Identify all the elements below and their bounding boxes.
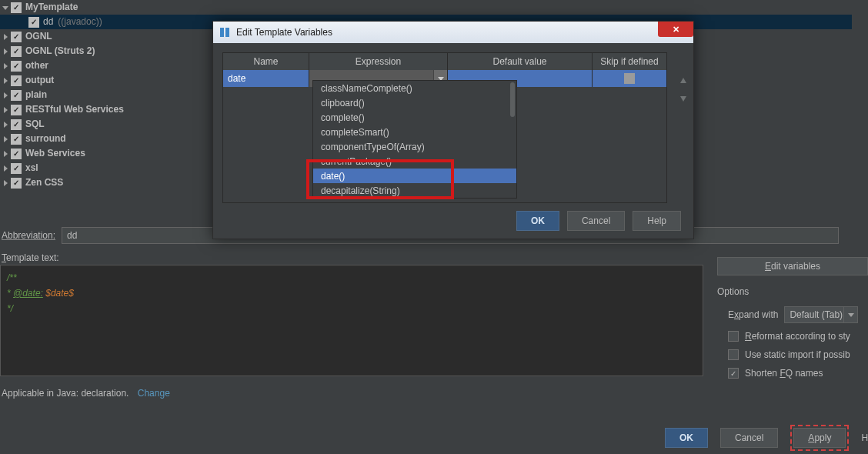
shorten-fq-checkbox[interactable] bbox=[728, 368, 739, 379]
dialog-help-button[interactable]: Help bbox=[633, 211, 681, 231]
cell-name[interactable]: date bbox=[223, 70, 309, 87]
tree-label: OGNL (Struts 2) bbox=[25, 44, 95, 58]
checkbox-icon[interactable] bbox=[11, 32, 22, 42]
svg-marker-1 bbox=[4, 34, 8, 40]
ok-button[interactable]: OK bbox=[665, 428, 708, 448]
edit-variables-button[interactable]: Edit variables bbox=[717, 257, 868, 275]
dialog-titlebar[interactable]: Edit Template Variables ✕ bbox=[213, 22, 693, 43]
svg-marker-9 bbox=[4, 151, 8, 157]
template-text-editor[interactable]: /** * @date: $date$ */ bbox=[0, 265, 703, 376]
svg-marker-4 bbox=[4, 78, 8, 84]
svg-rect-13 bbox=[220, 28, 224, 37]
static-import-label: Use static import if possib bbox=[745, 349, 850, 360]
cell-skip[interactable] bbox=[593, 70, 666, 87]
checkbox-icon[interactable] bbox=[11, 46, 22, 57]
expand-with-select[interactable]: Default (Tab) bbox=[784, 306, 858, 323]
dropdown-item[interactable]: complete() bbox=[313, 110, 516, 125]
arrow-down-icon[interactable] bbox=[679, 94, 688, 105]
options-title: Options bbox=[717, 286, 868, 297]
chevron-right-icon bbox=[2, 78, 9, 84]
change-link[interactable]: Change bbox=[138, 388, 170, 399]
svg-marker-10 bbox=[4, 165, 8, 172]
bottom-button-bar: OK Cancel Apply Help bbox=[665, 425, 868, 451]
dropdown-item[interactable]: completeSmart() bbox=[313, 125, 516, 139]
checkbox-icon[interactable] bbox=[11, 2, 22, 13]
table-header: Name Expression Default value Skip if de… bbox=[223, 53, 666, 70]
intellij-icon bbox=[218, 25, 232, 39]
chevron-right-icon bbox=[2, 180, 9, 186]
svg-marker-16 bbox=[680, 78, 686, 83]
chevron-right-icon bbox=[2, 34, 9, 40]
dropdown-item[interactable]: decapitalize(String) bbox=[313, 183, 516, 198]
chevron-down-icon bbox=[843, 307, 857, 322]
svg-rect-14 bbox=[225, 28, 229, 37]
dropdown-item[interactable]: componentTypeOf(Array) bbox=[313, 139, 516, 154]
cancel-button[interactable]: Cancel bbox=[720, 428, 778, 448]
svg-marker-0 bbox=[2, 6, 8, 10]
close-icon: ✕ bbox=[673, 25, 679, 35]
tree-label: OGNL bbox=[25, 29, 52, 44]
arrow-up-icon[interactable] bbox=[679, 76, 688, 88]
svg-marker-7 bbox=[4, 122, 8, 128]
checkbox-icon[interactable] bbox=[28, 17, 39, 28]
close-button[interactable]: ✕ bbox=[658, 22, 693, 37]
tree-label: Zen CSS bbox=[25, 175, 63, 190]
expand-with-label: Expand with bbox=[728, 309, 778, 320]
chevron-down-icon bbox=[2, 5, 9, 11]
abbreviation-label: Abbreviation: bbox=[2, 230, 55, 241]
checkbox-icon[interactable] bbox=[11, 134, 22, 145]
dropdown-item[interactable]: currentPackage() bbox=[313, 154, 516, 169]
template-text-label: Template text: bbox=[2, 252, 59, 263]
scrollbar[interactable] bbox=[510, 82, 515, 117]
applicable-line: Applicable in Java: declaration. Change bbox=[2, 388, 170, 399]
dialog-button-bar: OK Cancel Help bbox=[516, 211, 681, 231]
chevron-right-icon bbox=[2, 136, 9, 142]
svg-marker-8 bbox=[4, 136, 8, 142]
row-reorder-arrows bbox=[676, 76, 690, 105]
reformat-checkbox[interactable] bbox=[728, 331, 739, 342]
tree-label: dd bbox=[43, 15, 53, 29]
chevron-right-icon bbox=[2, 122, 9, 128]
tree-suffix: ((javadoc)) bbox=[58, 15, 102, 29]
tree-label: other bbox=[25, 58, 48, 73]
checkbox-icon[interactable] bbox=[11, 75, 22, 86]
editor-line: */ bbox=[7, 303, 13, 314]
dialog-ok-button[interactable]: OK bbox=[516, 211, 559, 231]
skip-checkbox[interactable] bbox=[624, 73, 635, 84]
tree-label: output bbox=[25, 73, 54, 88]
dialog-cancel-button[interactable]: Cancel bbox=[567, 211, 625, 231]
dialog-title: Edit Template Variables bbox=[236, 27, 332, 38]
checkbox-icon[interactable] bbox=[11, 105, 22, 115]
chevron-right-icon bbox=[2, 165, 9, 172]
editor-tag: @date: bbox=[13, 288, 43, 299]
chevron-right-icon bbox=[2, 107, 9, 113]
tree-item-mytemplate[interactable]: MyTemplate bbox=[0, 0, 852, 15]
checkbox-icon[interactable] bbox=[11, 178, 22, 189]
tree-label: SQL bbox=[25, 117, 45, 132]
svg-marker-12 bbox=[848, 313, 854, 317]
chevron-right-icon bbox=[2, 48, 9, 55]
editor-var: $date$ bbox=[43, 288, 74, 299]
checkbox-icon[interactable] bbox=[11, 61, 22, 72]
checkbox-icon[interactable] bbox=[11, 149, 22, 159]
svg-marker-6 bbox=[4, 107, 8, 113]
shorten-fq-label: Shorten FQ names bbox=[745, 368, 823, 379]
col-name: Name bbox=[223, 53, 309, 70]
checkbox-icon[interactable] bbox=[11, 163, 22, 174]
dropdown-item[interactable]: clipboard() bbox=[313, 95, 516, 110]
svg-marker-3 bbox=[4, 63, 8, 69]
expression-dropdown[interactable]: classNameComplete()clipboard()complete()… bbox=[312, 80, 517, 199]
static-import-checkbox[interactable] bbox=[728, 349, 739, 360]
applicable-text: Applicable in Java: declaration. bbox=[2, 388, 129, 399]
help-button[interactable]: Help bbox=[861, 432, 868, 443]
chevron-right-icon bbox=[2, 92, 9, 98]
col-skip-if-defined: Skip if defined bbox=[593, 53, 666, 70]
svg-marker-11 bbox=[4, 180, 8, 186]
tree-label: xsl bbox=[25, 161, 38, 175]
dropdown-item[interactable]: date() bbox=[313, 169, 516, 183]
checkbox-icon[interactable] bbox=[11, 119, 22, 130]
dropdown-item[interactable]: classNameComplete() bbox=[313, 81, 516, 95]
checkbox-icon[interactable] bbox=[11, 90, 22, 101]
options-panel: Options Expand with Default (Tab) Reform… bbox=[717, 286, 868, 386]
apply-button[interactable]: Apply bbox=[793, 428, 846, 448]
